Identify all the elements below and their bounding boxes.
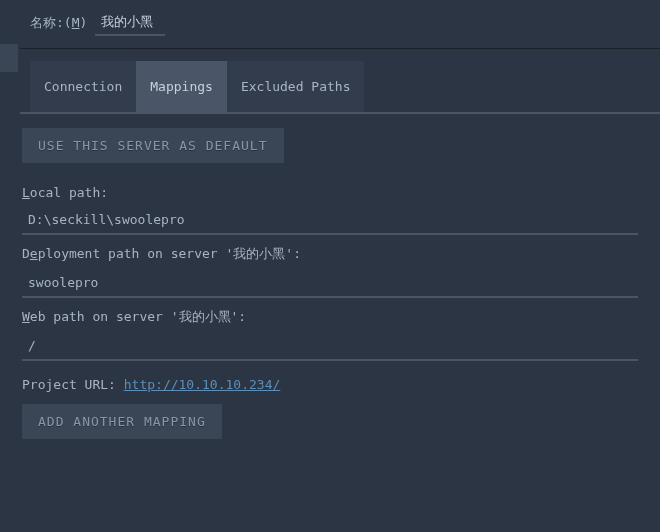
tabs-underline bbox=[20, 112, 660, 114]
deployment-path-label: Deployment path on server '我的小黑': bbox=[22, 245, 638, 263]
web-path-label-text: eb path on server '我的小黑': bbox=[30, 309, 246, 324]
project-url-label: Project URL: bbox=[22, 377, 124, 392]
project-url-link[interactable]: http://10.10.10.234/ bbox=[124, 377, 281, 392]
web-path-label: Web path on server '我的小黑': bbox=[22, 308, 638, 326]
header-divider bbox=[20, 48, 660, 49]
use-server-default-button[interactable]: USE THIS SERVER AS DEFAULT bbox=[22, 128, 284, 163]
name-label: 名称:(M) bbox=[30, 14, 87, 32]
left-panel-stub bbox=[0, 44, 18, 72]
web-path-mnemonic: W bbox=[22, 309, 30, 324]
local-path-mnemonic: L bbox=[22, 185, 30, 200]
deployment-path-label-text: ployment path on server '我的小黑': bbox=[38, 246, 301, 261]
local-path-label: Local path: bbox=[22, 185, 638, 200]
deployment-path-prefix: D bbox=[22, 246, 30, 261]
deployment-path-mnemonic: e bbox=[30, 246, 38, 261]
tab-connection[interactable]: Connection bbox=[30, 61, 136, 112]
tab-mappings[interactable]: Mappings bbox=[136, 61, 227, 112]
add-another-mapping-button[interactable]: ADD ANOTHER MAPPING bbox=[22, 404, 222, 439]
name-label-prefix: 名称:( bbox=[30, 15, 72, 30]
name-header-row: 名称:(M) 我的小黑 bbox=[0, 0, 660, 44]
name-label-suffix: ) bbox=[79, 15, 87, 30]
tab-excluded-paths[interactable]: Excluded Paths bbox=[227, 61, 365, 112]
mappings-content: USE THIS SERVER AS DEFAULT Local path: D… bbox=[0, 114, 660, 439]
name-input[interactable]: 我的小黑 bbox=[95, 10, 165, 36]
local-path-input[interactable]: D:\seckill\swoolepro bbox=[22, 202, 638, 235]
web-path-input[interactable]: / bbox=[22, 328, 638, 361]
tabs: Connection Mappings Excluded Paths bbox=[30, 61, 660, 112]
local-path-label-text: ocal path: bbox=[30, 185, 108, 200]
project-url-row: Project URL: http://10.10.10.234/ bbox=[22, 377, 638, 392]
deployment-path-input[interactable]: swoolepro bbox=[22, 265, 638, 298]
